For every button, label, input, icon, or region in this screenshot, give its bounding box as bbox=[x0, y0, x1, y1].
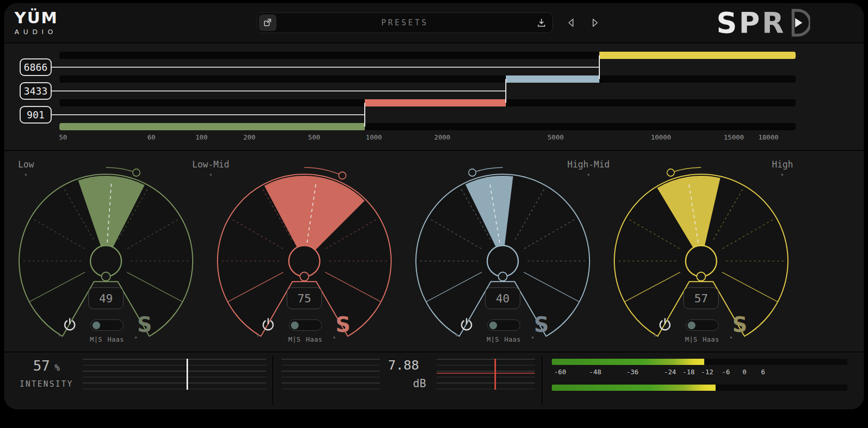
power-button-high-mid[interactable] bbox=[459, 317, 474, 333]
frequency-track bbox=[59, 123, 796, 130]
header: YÜM AUDIO PRESETS bbox=[4, 3, 864, 43]
meter-scale-label: 0 bbox=[742, 368, 747, 376]
power-icon bbox=[459, 317, 474, 332]
frequency-tick-label: 1000 bbox=[366, 133, 382, 141]
width-value-low-mid[interactable]: 75 bbox=[287, 287, 322, 309]
intensity-value: 57 bbox=[33, 358, 50, 374]
gain-slider[interactable] bbox=[437, 359, 535, 390]
crossover-connector bbox=[52, 90, 506, 91]
crossover-connector bbox=[52, 67, 599, 68]
ms-haas-toggle-high[interactable] bbox=[686, 319, 719, 331]
power-button-low[interactable] bbox=[62, 317, 78, 333]
save-preset-button[interactable] bbox=[534, 15, 549, 30]
power-icon bbox=[658, 317, 672, 332]
band-panel-low: 49 M|S Haas S bbox=[7, 155, 205, 349]
mode-labels: M|S Haas bbox=[79, 335, 135, 343]
frequency-track bbox=[59, 99, 796, 106]
ms-label: M|S bbox=[487, 335, 499, 343]
meter-scale-label: -60 bbox=[554, 368, 566, 376]
ms-haas-toggle-high-mid[interactable] bbox=[487, 319, 520, 331]
footer-divider bbox=[541, 356, 542, 405]
bands-section: Low Low-Mid High-Mid High 49 bbox=[4, 152, 864, 353]
meter-scale-label: 6 bbox=[761, 368, 765, 376]
frequency-track bbox=[59, 75, 796, 83]
band-range-high-mid[interactable] bbox=[506, 75, 599, 83]
meter-fill-right bbox=[552, 385, 716, 391]
arrow-left-icon bbox=[565, 17, 578, 29]
toggle-knob[interactable] bbox=[92, 322, 100, 329]
band-range-low-mid[interactable] bbox=[365, 99, 505, 106]
ms-haas-toggle-low[interactable] bbox=[90, 319, 123, 331]
mode-labels: M|S Haas bbox=[476, 335, 532, 343]
intensity-slider-handle[interactable] bbox=[187, 359, 188, 390]
solo-button-low[interactable]: S bbox=[133, 312, 156, 338]
power-icon bbox=[63, 317, 77, 332]
intensity-slider[interactable] bbox=[83, 359, 266, 390]
power-button-high[interactable] bbox=[657, 317, 673, 333]
preset-bar[interactable]: PRESETS bbox=[257, 12, 553, 33]
toggle-knob[interactable] bbox=[688, 322, 695, 329]
presets-label[interactable]: PRESETS bbox=[257, 18, 552, 27]
spectrum-panel: 6866343390150601002005001000200050001000… bbox=[4, 44, 864, 151]
power-icon bbox=[261, 317, 275, 332]
frequency-tick-label: 18000 bbox=[758, 133, 779, 141]
meter-scale-label: -48 bbox=[589, 368, 601, 376]
width-value-text: 40 bbox=[496, 292, 510, 305]
crossover-frequency-value[interactable]: 3433 bbox=[20, 82, 52, 100]
sprd-letter-r: R bbox=[762, 6, 786, 39]
meter-scale-label: -6 bbox=[722, 368, 730, 376]
automation-dot bbox=[456, 334, 458, 337]
output-meter: -60-48-36-24-18-12-606 bbox=[552, 354, 847, 409]
automation-dot bbox=[730, 337, 732, 339]
band-range-high[interactable] bbox=[599, 52, 796, 59]
toggle-knob[interactable] bbox=[489, 322, 497, 329]
width-value-text: 57 bbox=[694, 292, 708, 305]
frequency-tick-label: 500 bbox=[308, 133, 320, 141]
crossover-frequency-value[interactable]: 6866 bbox=[20, 58, 52, 76]
spectrum-content: 6866343390150601002005001000200050001000… bbox=[4, 44, 864, 150]
yum-logo-text: YÜM bbox=[14, 8, 58, 27]
automation-dot bbox=[333, 337, 335, 339]
frequency-tick-label: 10000 bbox=[651, 133, 671, 141]
width-value-high-mid[interactable]: 40 bbox=[485, 287, 520, 309]
toggle-knob[interactable] bbox=[291, 322, 299, 329]
frequency-tick-label: 15000 bbox=[724, 133, 744, 141]
previous-preset-button[interactable] bbox=[565, 17, 578, 30]
automation-dot bbox=[135, 337, 137, 339]
meter-scale-label: -24 bbox=[664, 368, 676, 376]
gain-slider-track-left[interactable] bbox=[282, 359, 380, 390]
band-range-low[interactable] bbox=[59, 123, 365, 130]
next-preset-button[interactable] bbox=[588, 17, 601, 30]
ms-label: M|S bbox=[685, 335, 698, 343]
ms-haas-toggle-low-mid[interactable] bbox=[289, 319, 322, 331]
automation-dot bbox=[257, 334, 259, 337]
sprd-letter-p: P bbox=[739, 6, 762, 39]
plugin-window: YÜM AUDIO PRESETS bbox=[4, 3, 864, 409]
meter-scale: -60-48-36-24-18-12-606 bbox=[552, 368, 847, 378]
yum-audio-logo: YÜM AUDIO bbox=[14, 8, 58, 36]
ms-label: M|S bbox=[90, 335, 102, 343]
frequency-tick-label: 200 bbox=[243, 133, 255, 141]
meter-scale-label: -12 bbox=[701, 368, 713, 376]
solo-button-high[interactable]: S bbox=[729, 312, 751, 338]
meter-scale-label: -18 bbox=[683, 368, 694, 376]
frequency-tick-label: 2000 bbox=[434, 133, 450, 141]
width-value-high[interactable]: 57 bbox=[684, 287, 719, 309]
footer-divider bbox=[272, 356, 273, 405]
mode-labels: M|S Haas bbox=[674, 335, 730, 343]
meter-bar-right bbox=[552, 385, 847, 391]
sprd-d-glyph bbox=[788, 8, 810, 38]
gain-slider-handle[interactable] bbox=[494, 359, 496, 390]
solo-button-low-mid[interactable]: S bbox=[332, 312, 354, 338]
meter-bar-left bbox=[552, 359, 847, 365]
arrow-right-icon bbox=[588, 17, 601, 29]
crossover-frequency-value[interactable]: 901 bbox=[20, 106, 52, 124]
solo-button-high-mid[interactable]: S bbox=[530, 312, 553, 338]
power-button-low-mid[interactable] bbox=[260, 317, 276, 333]
width-value-low[interactable]: 49 bbox=[88, 287, 123, 309]
crossover-connector bbox=[52, 114, 365, 115]
band-panel-low-mid: 75 M|S Haas S bbox=[205, 155, 404, 349]
automation-dot bbox=[654, 334, 656, 337]
haas-label: Haas bbox=[504, 335, 521, 343]
band-panel-high: 57 M|S Haas S bbox=[602, 155, 800, 349]
